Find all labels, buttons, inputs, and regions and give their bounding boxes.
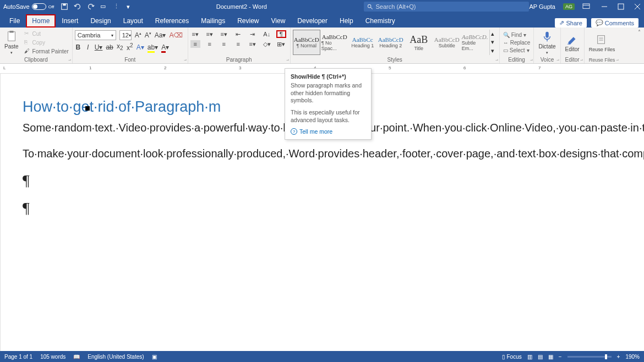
bold-button[interactable]: B	[75, 43, 81, 51]
group-editor: Editor Editor	[561, 28, 585, 63]
bullets-button[interactable]: ≡▾	[190, 30, 200, 38]
inc-indent-button[interactable]: ⇥	[248, 30, 258, 38]
copy-button[interactable]: ⎘Copy	[23, 39, 70, 46]
zoom-in-button[interactable]: +	[617, 354, 620, 360]
group-styles: AaBbCcD¶ Normal AaBbCcD¶ No Spac... AaBb…	[291, 28, 500, 63]
multilevel-button[interactable]: ≡▾	[219, 30, 229, 38]
avatar[interactable]: AG	[563, 3, 575, 10]
share-label: Share	[566, 20, 582, 26]
touch-icon[interactable]: ▭	[100, 3, 108, 10]
close-icon[interactable]	[634, 3, 641, 10]
tab-layout[interactable]: Layout	[117, 14, 149, 28]
select-icon: ▭	[503, 47, 508, 53]
svg-point-2	[368, 4, 372, 8]
style-title[interactable]: AaBTitle	[405, 30, 433, 55]
grow-font-button[interactable]: A▴	[135, 31, 141, 39]
tab-references[interactable]: References	[149, 14, 195, 28]
italic-button[interactable]: I	[85, 43, 91, 51]
focus-mode-button[interactable]: ▯ Focus	[502, 354, 522, 360]
dictate-button[interactable]: Dictate▾	[536, 29, 558, 56]
tab-insert[interactable]: Insert	[56, 14, 84, 28]
superscript-button[interactable]: x2	[127, 42, 133, 52]
tab-help[interactable]: Help	[334, 14, 359, 28]
sort-button[interactable]: A↓	[262, 30, 272, 38]
text-effects-button[interactable]: A▾	[137, 43, 144, 51]
cut-button[interactable]: ✂Cut	[23, 30, 70, 37]
zoom-out-button[interactable]: −	[559, 354, 562, 360]
tab-mailings[interactable]: Mailings	[195, 14, 231, 28]
status-page[interactable]: Page 1 of 1	[4, 354, 32, 360]
tab-chemistry[interactable]: Chemistry	[359, 14, 401, 28]
format-painter-button[interactable]: 🖌Format Painter	[23, 47, 70, 55]
style-subtitle[interactable]: AaBbCcDSubtitle	[433, 30, 461, 55]
doc-paragraph-2[interactable]: To·make·your·document·look·professionall…	[23, 146, 644, 162]
style-subtle-em[interactable]: AaBbCcD.Subtle Em...	[461, 30, 489, 55]
numbering-button[interactable]: ≡▾	[205, 30, 215, 38]
macro-icon[interactable]: ▣	[152, 354, 157, 360]
shading-button[interactable]: ◇▾	[262, 40, 272, 48]
find-button[interactable]: 🔍Find▾	[502, 31, 532, 39]
save-icon[interactable]	[61, 3, 68, 10]
maximize-icon[interactable]	[618, 3, 624, 10]
strike-button[interactable]: ab	[106, 43, 113, 51]
ribbon-tabs: File Home Insert Design Layout Reference…	[0, 13, 644, 28]
paste-button[interactable]: Paste ▾	[2, 29, 21, 56]
tab-home[interactable]: Home	[26, 14, 56, 28]
justify-button[interactable]: ≡	[233, 40, 243, 48]
spellcheck-icon[interactable]: 📖	[73, 354, 80, 360]
shrink-font-button[interactable]: A▾	[145, 31, 151, 39]
show-hide-button[interactable]: ¶	[276, 30, 286, 38]
style-normal[interactable]: AaBbCcD¶ Normal	[293, 30, 320, 55]
font-size-combo[interactable]: 12▾	[119, 30, 132, 40]
customize-icon[interactable]: ⋮	[113, 3, 121, 10]
reuse-files-button[interactable]: Reuse Files	[587, 32, 618, 53]
borders-button[interactable]: ⊞▾	[276, 40, 286, 48]
editor-button[interactable]: Editor	[563, 32, 582, 53]
redo-icon[interactable]	[87, 3, 95, 10]
status-language[interactable]: English (United States)	[88, 354, 144, 360]
change-case-button[interactable]: Aa▾	[155, 31, 166, 39]
font-color-button[interactable]: A▾	[161, 43, 169, 51]
cut-icon: ✂	[24, 30, 31, 37]
minimize-icon[interactable]	[601, 3, 608, 10]
group-label-paragraph: Paragraph	[190, 56, 288, 63]
zoom-level[interactable]: 190%	[625, 354, 640, 360]
replace-button[interactable]: ↔Replace	[502, 39, 532, 46]
align-center-button[interactable]: ≡	[205, 40, 215, 48]
style-nospacing[interactable]: AaBbCcD¶ No Spac...	[321, 30, 348, 55]
subscript-button[interactable]: x2	[117, 42, 123, 51]
doc-empty-para-2[interactable]: ¶	[23, 199, 644, 217]
doc-empty-para-1[interactable]: ¶	[23, 172, 644, 189]
undo-icon[interactable]	[74, 3, 81, 10]
tell-me-more-link[interactable]: ? Tell me more	[291, 128, 365, 135]
ribbon-collapse-icon[interactable]: ˄	[635, 28, 644, 63]
ribbon-display-icon[interactable]	[582, 3, 590, 10]
view-web-icon[interactable]: ▦	[548, 354, 553, 360]
line-spacing-button[interactable]: ≡▾	[248, 40, 258, 48]
select-button[interactable]: ▭Select▾	[502, 47, 532, 54]
tab-view[interactable]: View	[265, 14, 292, 28]
status-words[interactable]: 105 words	[40, 354, 66, 360]
underline-button[interactable]: U▾	[95, 43, 103, 51]
font-name-combo[interactable]: Cambria▾	[75, 30, 116, 40]
align-left-button[interactable]: ≡	[190, 40, 200, 48]
tab-file[interactable]: File	[3, 14, 26, 28]
highlight-button[interactable]: ab▾	[148, 43, 158, 51]
tab-design[interactable]: Design	[84, 14, 117, 28]
view-print-icon[interactable]: ▤	[538, 354, 543, 360]
autosave-toggle[interactable]: AutoSave Off	[3, 3, 54, 10]
styles-expand[interactable]: ▴▾▾	[489, 30, 497, 55]
user-name[interactable]: AP Gupta	[529, 3, 555, 10]
comments-button[interactable]: 💬 Comments	[591, 18, 638, 28]
zoom-slider[interactable]	[567, 356, 612, 358]
tab-review[interactable]: Review	[231, 14, 265, 28]
clear-format-button[interactable]: A⌫	[169, 31, 183, 39]
search-input[interactable]: Search (Alt+Q)	[364, 2, 529, 12]
align-right-button[interactable]: ≡	[219, 40, 229, 48]
tab-developer[interactable]: Developer	[291, 14, 334, 28]
dec-indent-button[interactable]: ⇤	[233, 30, 243, 38]
style-heading2[interactable]: AaBbCcDHeading 2	[377, 30, 405, 55]
view-read-icon[interactable]: ▥	[527, 354, 532, 360]
share-button[interactable]: ⇗ Share	[555, 18, 586, 28]
style-heading1[interactable]: AaBbCcHeading 1	[349, 30, 376, 55]
